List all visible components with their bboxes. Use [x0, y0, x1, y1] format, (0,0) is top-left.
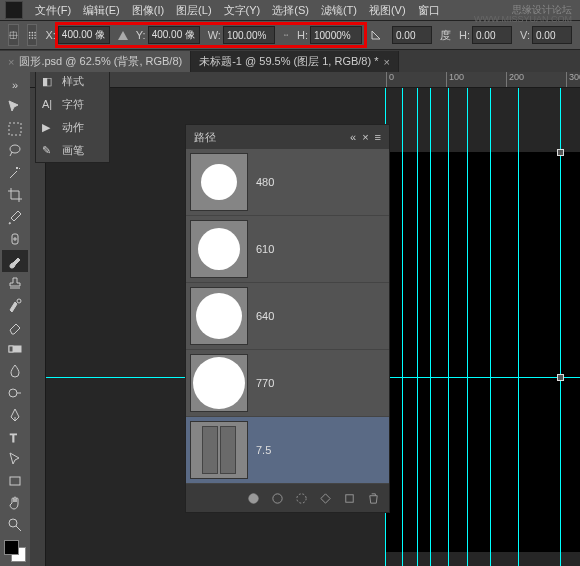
make-work-path-icon[interactable]	[317, 490, 333, 506]
path-row[interactable]: 610	[186, 216, 389, 283]
menu-view[interactable]: 视图(V)	[369, 3, 406, 18]
dodge-tool[interactable]	[2, 382, 28, 404]
tab-doc-2[interactable]: 未标题-1 @ 59.5% (图层 1, RGB/8) * ×	[191, 51, 399, 72]
pen-tool[interactable]	[2, 404, 28, 426]
history-brush-tool[interactable]	[2, 294, 28, 316]
svg-point-8	[34, 34, 36, 36]
menu-icon[interactable]: ≡	[375, 131, 381, 143]
panel-footer	[186, 484, 389, 512]
stroke-path-icon[interactable]	[269, 490, 285, 506]
tab-doc-1[interactable]: × 圆形.psd @ 62.5% (背景, RGB/8)	[0, 51, 191, 72]
svg-point-28	[296, 493, 305, 502]
selection-from-path-icon[interactable]	[293, 490, 309, 506]
guide-vertical[interactable]	[417, 88, 418, 566]
panel-styles[interactable]: ◧样式	[36, 72, 109, 93]
marquee-tool[interactable]	[2, 118, 28, 140]
zoom-tool[interactable]	[2, 514, 28, 536]
transform-handle[interactable]	[557, 149, 564, 156]
brush-tool[interactable]	[2, 250, 28, 272]
color-swatch[interactable]	[4, 540, 26, 562]
wand-tool[interactable]	[2, 162, 28, 184]
svg-point-9	[29, 37, 31, 39]
guide-vertical[interactable]	[467, 88, 468, 566]
guide-vertical[interactable]	[518, 88, 519, 566]
panel-character[interactable]: A|字符	[36, 93, 109, 116]
path-thumb	[190, 220, 248, 278]
svg-rect-12	[9, 123, 21, 135]
type-tool[interactable]: T	[2, 426, 28, 448]
fill-path-icon[interactable]	[245, 490, 261, 506]
menu-filter[interactable]: 滤镜(T)	[321, 3, 357, 18]
menu-window[interactable]: 窗口	[418, 3, 440, 18]
svg-point-24	[9, 519, 17, 527]
document-tabs: × 圆形.psd @ 62.5% (背景, RGB/8) 未标题-1 @ 59.…	[0, 50, 580, 72]
menu-image[interactable]: 图像(I)	[132, 3, 164, 18]
reference-point-icon[interactable]	[27, 24, 38, 46]
document-canvas[interactable]	[385, 152, 580, 552]
menu-select[interactable]: 选择(S)	[272, 3, 309, 18]
collapse-icon[interactable]: »	[2, 74, 28, 96]
watermark-url: WWW.MISSYUAN.COM	[474, 14, 572, 24]
app-icon[interactable]	[5, 1, 23, 19]
angle-input[interactable]	[392, 26, 432, 44]
close-icon[interactable]: ×	[383, 56, 389, 68]
ruler-horizontal[interactable]: 0 100 200 300	[46, 72, 580, 88]
eraser-tool[interactable]	[2, 316, 28, 338]
menu-layer[interactable]: 图层(L)	[176, 3, 211, 18]
menu-type[interactable]: 文字(Y)	[224, 3, 261, 18]
transform-icon[interactable]	[8, 24, 19, 46]
path-row[interactable]: 640	[186, 283, 389, 350]
v-label: V:	[520, 29, 530, 41]
h-label: H:	[297, 29, 308, 41]
guide-vertical[interactable]	[430, 88, 431, 566]
link-icon[interactable]	[283, 28, 289, 42]
close-icon[interactable]: ×	[362, 131, 368, 143]
move-tool[interactable]	[2, 96, 28, 118]
lasso-tool[interactable]	[2, 140, 28, 162]
gradient-tool[interactable]	[2, 338, 28, 360]
svg-point-4	[31, 31, 33, 33]
heal-tool[interactable]	[2, 228, 28, 250]
eyedropper-tool[interactable]	[2, 206, 28, 228]
w-input[interactable]	[223, 26, 275, 44]
rectangle-tool[interactable]	[2, 470, 28, 492]
y-input[interactable]	[148, 26, 200, 44]
angle-icon[interactable]	[370, 27, 384, 43]
options-bar: X: Y: W: H: 度 H: V:	[0, 20, 580, 50]
path-row[interactable]: 480	[186, 149, 389, 216]
menu-edit[interactable]: 编辑(E)	[83, 3, 120, 18]
path-thumb	[190, 287, 248, 345]
ruler-tick: 100	[446, 72, 464, 87]
collapse-icon[interactable]: «	[350, 131, 356, 143]
crop-tool[interactable]	[2, 184, 28, 206]
angle-unit: 度	[440, 28, 451, 43]
svg-point-27	[272, 493, 281, 502]
canvas-area[interactable]: 0 100 200 300 ◧样式 A|字符 ▶动作 ✎画笔 路径 «×≡	[30, 72, 580, 566]
new-path-icon[interactable]	[341, 490, 357, 506]
blur-tool[interactable]	[2, 360, 28, 382]
hand-tool[interactable]	[2, 492, 28, 514]
panel-brushes[interactable]: ✎画笔	[36, 139, 109, 162]
workspace: » T 0 100 200 300	[0, 72, 580, 566]
delta-icon[interactable]	[118, 31, 128, 40]
stamp-tool[interactable]	[2, 272, 28, 294]
panel-body: 480 610 640 770 7.5	[186, 149, 389, 484]
h-input[interactable]	[310, 26, 362, 44]
guide-vertical[interactable]	[448, 88, 449, 566]
v-input[interactable]	[532, 26, 572, 44]
panel-header[interactable]: 路径 «×≡	[186, 125, 389, 149]
menu-file[interactable]: 文件(F)	[35, 3, 71, 18]
h2-input[interactable]	[472, 26, 512, 44]
path-row[interactable]: 770	[186, 350, 389, 417]
paths-panel: 路径 «×≡ 480 610 640 770 7.5	[185, 124, 390, 513]
transform-handle[interactable]	[557, 374, 564, 381]
path-row[interactable]: 7.5	[186, 417, 389, 484]
guide-vertical[interactable]	[490, 88, 491, 566]
path-select-tool[interactable]	[2, 448, 28, 470]
panel-actions[interactable]: ▶动作	[36, 116, 109, 139]
guide-vertical[interactable]	[560, 88, 561, 566]
delete-path-icon[interactable]	[365, 490, 381, 506]
x-input[interactable]	[58, 26, 110, 44]
path-thumb	[190, 421, 248, 479]
guide-vertical[interactable]	[402, 88, 403, 566]
